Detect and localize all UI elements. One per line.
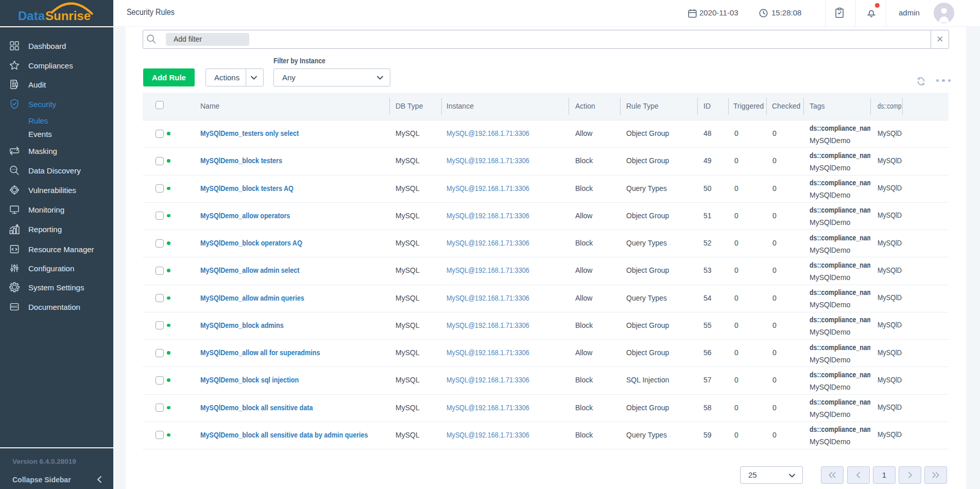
svg-text:Data: Data bbox=[18, 9, 45, 23]
svg-text:DOC: DOC bbox=[11, 305, 18, 308]
